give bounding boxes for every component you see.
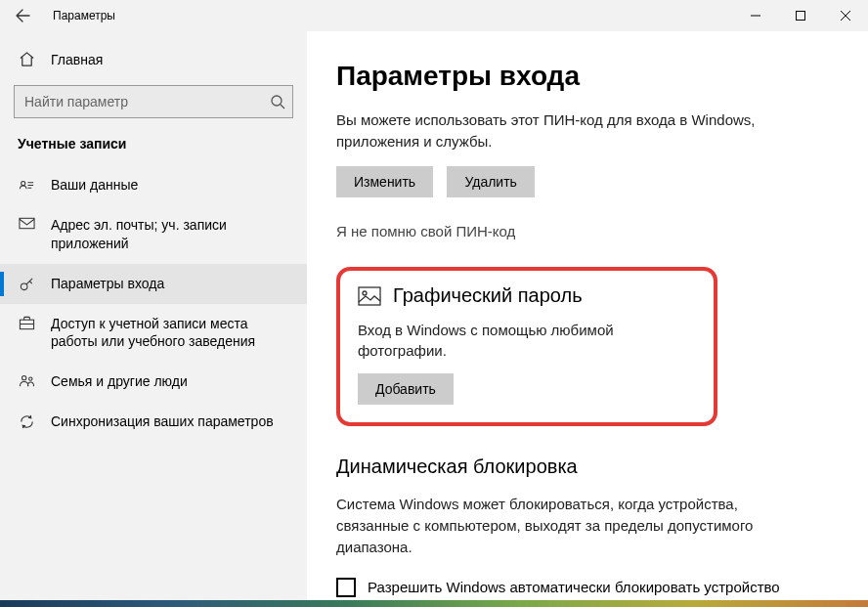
forgot-pin-link[interactable]: Я не помню свой ПИН-код — [336, 223, 515, 239]
nav-list: Ваши данные Адрес эл. почты; уч. записи … — [0, 165, 307, 442]
section-header: Графический пароль — [358, 284, 696, 308]
titlebar: Параметры — [0, 0, 868, 31]
sidebar-item-label: Адрес эл. почты; уч. записи приложений — [51, 216, 289, 253]
picture-password-title: Графический пароль — [393, 284, 583, 307]
window-title: Параметры — [45, 9, 733, 22]
change-pin-button[interactable]: Изменить — [336, 166, 433, 197]
picture-password-description: Вход в Windows с помощью любимой фотогра… — [358, 320, 696, 363]
people-icon — [18, 373, 35, 388]
svg-point-6 — [22, 376, 25, 380]
sidebar: Главная Учетные записи Ваши данные — [0, 31, 307, 600]
search-container — [14, 85, 293, 118]
content-area: Параметры входа Вы можете использовать э… — [307, 31, 868, 600]
person-card-icon — [18, 177, 35, 194]
close-icon — [841, 11, 850, 21]
maximize-button[interactable] — [778, 0, 823, 31]
svg-rect-8 — [359, 287, 380, 305]
back-button[interactable] — [0, 0, 45, 31]
sidebar-item-family[interactable]: Семья и другие люди — [0, 362, 307, 402]
sidebar-item-label: Доступ к учетной записи места работы или… — [51, 315, 289, 352]
mail-icon — [18, 217, 35, 230]
settings-window: Параметры Главная — [0, 0, 868, 600]
checkbox-icon[interactable] — [336, 578, 356, 597]
close-button[interactable] — [823, 0, 868, 31]
minimize-icon — [751, 11, 760, 21]
svg-point-1 — [272, 96, 282, 106]
picture-icon — [358, 284, 381, 308]
sidebar-item-label: Синхронизация ваших параметров — [51, 412, 274, 431]
maximize-icon — [796, 11, 805, 21]
sidebar-item-label: Семья и другие люди — [51, 372, 188, 391]
svg-point-2 — [21, 182, 24, 186]
sidebar-item-sync[interactable]: Синхронизация ваших параметров — [0, 402, 307, 442]
svg-rect-0 — [797, 12, 805, 21]
svg-point-7 — [28, 377, 31, 380]
sidebar-item-email[interactable]: Адрес эл. почты; уч. записи приложений — [0, 205, 307, 264]
svg-point-4 — [21, 283, 27, 290]
home-icon — [18, 51, 35, 67]
category-title: Учетные записи — [0, 136, 307, 165]
arrow-left-icon — [15, 8, 30, 23]
home-label: Главная — [51, 52, 103, 67]
dynamic-lock-checkbox-label: Разрешить Windows автоматически блокиров… — [368, 577, 786, 600]
search-icon — [270, 94, 285, 109]
pin-button-row: Изменить Удалить — [336, 166, 839, 197]
minimize-button[interactable] — [733, 0, 778, 31]
sidebar-item-label: Параметры входа — [51, 275, 164, 293]
dynamic-lock-title: Динамическая блокировка — [336, 455, 839, 478]
add-picture-password-button[interactable]: Добавить — [358, 373, 454, 405]
sidebar-item-label: Ваши данные — [51, 176, 138, 195]
window-body: Главная Учетные записи Ваши данные — [0, 31, 868, 600]
sidebar-item-signin-options[interactable]: Параметры входа — [0, 264, 307, 304]
window-controls — [733, 0, 868, 31]
pin-description: Вы можете использовать этот ПИН-код для … — [336, 109, 766, 152]
sidebar-item-your-info[interactable]: Ваши данные — [0, 165, 307, 205]
sidebar-item-work-access[interactable]: Доступ к учетной записи места работы или… — [0, 304, 307, 363]
picture-password-section: Графический пароль Вход в Windows с помо… — [336, 267, 717, 427]
svg-point-9 — [363, 291, 367, 295]
search-input[interactable] — [14, 85, 293, 118]
page-title: Параметры входа — [336, 61, 839, 92]
sync-icon — [18, 413, 35, 430]
dynamic-lock-checkbox-row[interactable]: Разрешить Windows автоматически блокиров… — [336, 577, 786, 600]
svg-rect-3 — [19, 218, 33, 228]
delete-pin-button[interactable]: Удалить — [447, 166, 535, 197]
dynamic-lock-description: Система Windows может блокироваться, ког… — [336, 494, 766, 557]
home-link[interactable]: Главная — [0, 45, 307, 85]
briefcase-icon — [18, 316, 35, 330]
key-icon — [18, 276, 35, 292]
taskbar-strip — [0, 600, 868, 607]
